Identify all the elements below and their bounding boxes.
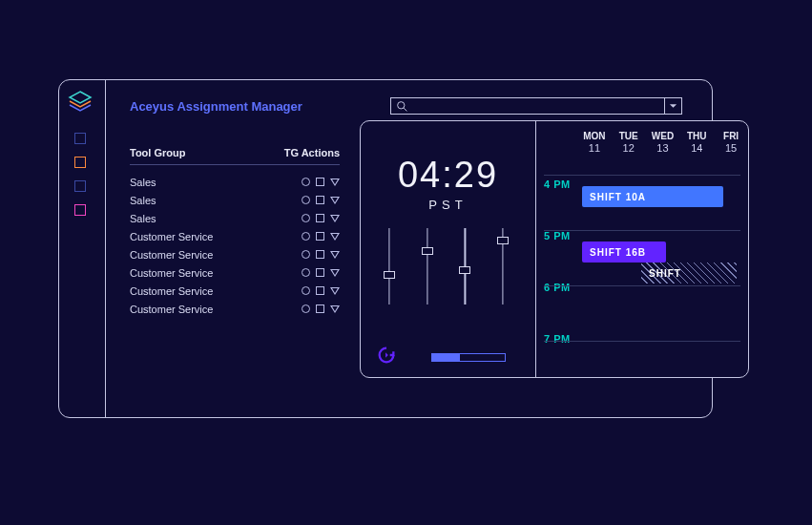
svg-line-1 (404, 108, 406, 111)
shift-block[interactable]: SHIFT (641, 262, 737, 284)
row-actions (302, 178, 340, 186)
hour-label: 6 PM (544, 282, 571, 293)
column-header-group: Tool Group (130, 147, 185, 158)
action-square-icon[interactable] (316, 250, 324, 259)
search-icon (396, 100, 408, 113)
row-name: Customer Service (130, 304, 213, 315)
row-name: Customer Service (130, 285, 213, 297)
schedule-time-labels: 4 PM5 PM6 PM7 PM (544, 178, 571, 345)
day-column[interactable]: THU14 (679, 131, 714, 154)
nav-item-icon[interactable] (74, 133, 86, 144)
day-name: FRI (714, 131, 748, 141)
action-circle-icon[interactable] (302, 304, 310, 313)
action-circle-icon[interactable] (302, 214, 310, 222)
row-actions (302, 286, 340, 295)
row-actions (302, 304, 340, 313)
hour-line (544, 285, 740, 286)
row-name: Sales (130, 213, 156, 224)
row-actions (302, 268, 340, 277)
slider-knob[interactable] (384, 271, 395, 279)
table-header: Tool Group TG Actions (130, 147, 340, 158)
action-square-icon[interactable] (316, 214, 324, 222)
slider[interactable] (495, 228, 510, 304)
row-name: Customer Service (130, 231, 213, 242)
refresh-button[interactable] (376, 345, 397, 366)
slider-knob[interactable] (422, 247, 433, 255)
chevron-down-icon (669, 103, 677, 109)
progress-fill (432, 354, 460, 361)
search-bar[interactable] (390, 97, 682, 115)
action-circle-icon[interactable] (302, 196, 310, 204)
table-row[interactable]: Sales (130, 191, 340, 209)
day-date: 11 (577, 142, 612, 154)
table-row[interactable]: Sales (130, 209, 340, 227)
slider[interactable] (382, 228, 397, 304)
day-column[interactable]: MON11 (577, 131, 612, 154)
day-date: 15 (714, 142, 748, 154)
action-square-icon[interactable] (316, 268, 324, 277)
slider-knob[interactable] (459, 266, 470, 274)
nav-item-icon[interactable] (74, 157, 86, 168)
table-body: SalesSalesSalesCustomer ServiceCustomer … (130, 173, 340, 318)
action-triangle-icon[interactable] (330, 178, 340, 186)
action-triangle-icon[interactable] (330, 215, 340, 222)
shift-block[interactable]: SHIFT 16B (582, 242, 666, 262)
action-circle-icon[interactable] (302, 178, 310, 186)
clock-time: 04:29 (361, 155, 535, 196)
action-triangle-icon[interactable] (330, 233, 340, 241)
day-date: 13 (646, 142, 680, 154)
slider[interactable] (420, 228, 435, 304)
progress-bar (431, 353, 506, 362)
row-name: Customer Service (130, 249, 213, 261)
row-actions (302, 250, 340, 259)
action-square-icon[interactable] (316, 196, 324, 204)
clock: 04:29 PST (361, 155, 535, 212)
column-header-actions: TG Actions (284, 147, 340, 158)
hour-label: 7 PM (544, 333, 571, 345)
slider-group (382, 228, 510, 304)
row-actions (302, 196, 340, 204)
shift-block[interactable]: SHIFT 10A (582, 186, 723, 207)
hour-line (544, 230, 740, 231)
row-name: Sales (130, 177, 156, 188)
action-triangle-icon[interactable] (330, 287, 340, 295)
table-row[interactable]: Sales (130, 173, 340, 191)
table-row[interactable]: Customer Service (130, 300, 340, 318)
action-square-icon[interactable] (316, 304, 324, 313)
action-square-icon[interactable] (316, 232, 324, 241)
action-circle-icon[interactable] (302, 286, 310, 295)
search-dropdown-toggle[interactable] (664, 98, 681, 114)
slider-rail (388, 228, 389, 304)
day-column[interactable]: FRI15 (714, 131, 748, 154)
table-row[interactable]: Customer Service (130, 263, 340, 282)
clock-timezone: PST (361, 198, 535, 212)
slider[interactable] (457, 228, 472, 304)
app-title: Aceyus Assignment Manager (130, 99, 302, 114)
action-circle-icon[interactable] (302, 268, 310, 277)
day-column[interactable]: WED13 (646, 131, 680, 154)
sidebar-divider (105, 80, 106, 418)
day-name: TUE (612, 131, 646, 141)
slider-knob[interactable] (497, 237, 509, 244)
action-triangle-icon[interactable] (330, 197, 340, 204)
action-triangle-icon[interactable] (330, 251, 340, 259)
action-square-icon[interactable] (316, 286, 324, 295)
table-row[interactable]: Customer Service (130, 245, 340, 263)
action-square-icon[interactable] (316, 178, 324, 186)
table-row[interactable]: Customer Service (130, 227, 340, 245)
hour-label: 4 PM (544, 178, 571, 190)
table-row[interactable]: Customer Service (130, 282, 340, 300)
action-circle-icon[interactable] (302, 250, 310, 259)
detail-panel: 04:29 PST MON11TUE12WED13THU14FRI15 4 PM… (360, 120, 749, 378)
search-input[interactable] (408, 100, 664, 112)
day-name: THU (679, 131, 714, 141)
action-triangle-icon[interactable] (330, 269, 340, 277)
nav-item-icon[interactable] (74, 180, 86, 192)
row-actions (302, 232, 340, 241)
action-triangle-icon[interactable] (330, 305, 340, 313)
row-name: Sales (130, 195, 156, 206)
nav-item-icon[interactable] (74, 204, 86, 216)
action-circle-icon[interactable] (302, 232, 310, 241)
day-date: 14 (679, 142, 714, 154)
day-column[interactable]: TUE12 (612, 131, 646, 154)
